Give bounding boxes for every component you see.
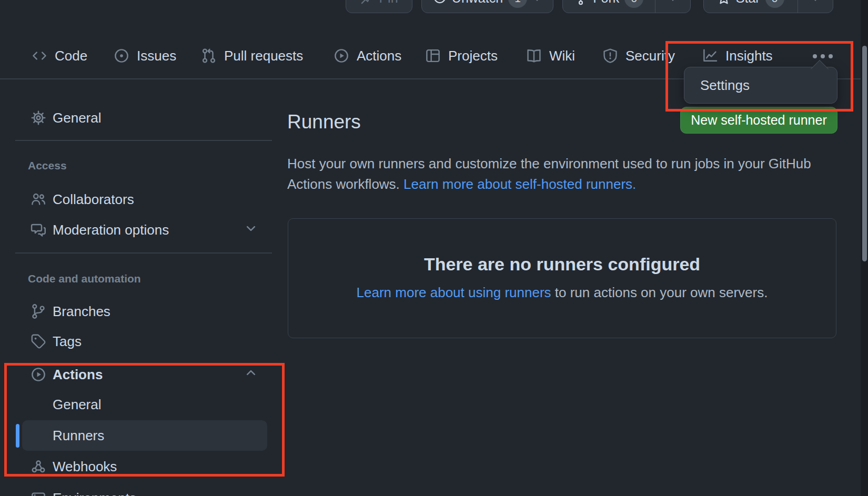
kebab-dot: [829, 54, 833, 58]
tab-pull-requests[interactable]: Pull requests: [201, 41, 303, 70]
sidebar-item-label: Environments: [53, 490, 136, 496]
sidebar-item-webhooks[interactable]: Webhooks: [16, 451, 268, 482]
menu-item-settings[interactable]: Settings: [684, 77, 837, 94]
fork-icon: [574, 0, 588, 5]
sidebar-item-branches[interactable]: Branches: [16, 296, 268, 327]
table-icon: [425, 48, 441, 64]
sidebar-item-actions-general[interactable]: General: [16, 389, 268, 420]
star-button[interactable]: Star 0: [704, 0, 798, 8]
tab-code[interactable]: Code: [32, 41, 87, 70]
empty-state-title: There are no runners configured: [288, 254, 836, 275]
selected-item-accent-bar: [16, 424, 19, 448]
comment-discussion-icon: [31, 222, 46, 238]
git-branch-icon: [31, 303, 46, 319]
empty-state-subtext-rest: to run actions on your own servers.: [551, 285, 768, 300]
star-label: Star: [736, 0, 760, 6]
fork-count-badge: 0: [624, 0, 643, 8]
sidebar-item-label: Tags: [53, 333, 82, 350]
eye-icon: [433, 0, 447, 5]
sidebar-divider: [15, 140, 272, 141]
sidebar-item-tags[interactable]: Tags: [16, 326, 268, 357]
sidebar-item-label: Branches: [53, 303, 110, 320]
button-divider: [655, 0, 656, 13]
watch-count-badge: 1: [508, 0, 527, 8]
tab-projects[interactable]: Projects: [425, 41, 498, 70]
new-self-hosted-runner-button[interactable]: New self-hosted runner: [680, 107, 837, 134]
chevron-up-icon: [244, 366, 258, 383]
sidebar-item-collaborators[interactable]: Collaborators: [16, 184, 268, 215]
sidebar-item-label: General: [53, 397, 102, 413]
github-settings-runners-page: Pin Unwatch 1 Fork 0 Star 0: [0, 0, 868, 496]
star-count-badge: 0: [765, 0, 784, 8]
code-icon: [32, 48, 47, 64]
fork-button-group[interactable]: Fork 0: [562, 0, 691, 13]
scrollbar-thumb[interactable]: [862, 46, 867, 261]
using-runners-link[interactable]: Learn more about using runners: [357, 285, 551, 300]
fork-dropdown-button[interactable]: [655, 0, 690, 1]
issue-icon: [114, 48, 129, 64]
sidebar-item-moderation-options[interactable]: Moderation options: [16, 215, 268, 245]
tab-issues[interactable]: Issues: [114, 41, 176, 70]
tab-label: Actions: [357, 48, 401, 64]
star-dropdown-button[interactable]: [798, 0, 833, 1]
tab-label: Pull requests: [224, 48, 303, 64]
sidebar-item-label: Webhooks: [53, 459, 117, 475]
scrollbar-track[interactable]: [861, 0, 868, 496]
chevron-down-icon: [668, 0, 678, 1]
unwatch-label: Unwatch: [452, 0, 503, 6]
sidebar-item-actions-runners[interactable]: Runners: [22, 420, 267, 451]
play-circle-icon: [334, 48, 349, 64]
pull-request-icon: [201, 48, 217, 64]
tab-label: Wiki: [549, 48, 575, 64]
pin-label: Pin: [379, 0, 398, 6]
sidebar-item-label: Moderation options: [53, 222, 169, 238]
tag-icon: [31, 333, 46, 349]
sidebar-divider: [15, 252, 272, 254]
button-divider: [798, 0, 799, 13]
sidebar-section-access: Access: [28, 159, 67, 172]
gear-icon: [31, 110, 46, 126]
tab-insights[interactable]: Insights: [702, 41, 773, 70]
people-icon: [31, 191, 46, 207]
tab-label: Code: [55, 48, 87, 64]
server-icon: [31, 490, 46, 496]
pin-button[interactable]: Pin: [346, 0, 412, 13]
tab-wiki[interactable]: Wiki: [526, 41, 575, 70]
sidebar-item-label: Actions: [53, 367, 103, 383]
tab-label: Projects: [448, 48, 498, 64]
kebab-dot: [821, 54, 825, 58]
sidebar-item-environments[interactable]: Environments: [16, 483, 268, 496]
book-icon: [526, 48, 542, 64]
graph-icon: [702, 48, 718, 64]
shield-icon: [602, 48, 618, 64]
sidebar-item-general[interactable]: General: [16, 103, 268, 133]
star-icon: [717, 0, 731, 5]
tab-label: Insights: [725, 48, 773, 64]
chevron-down-icon: [244, 221, 258, 239]
empty-state-subtext: Learn more about using runners to run ac…: [288, 285, 836, 301]
nav-overflow-kebab-button[interactable]: [810, 48, 835, 64]
sidebar-section-code-and-automation: Code and automation: [28, 272, 141, 285]
sidebar-item-label: General: [53, 110, 102, 126]
pin-icon: [360, 0, 374, 5]
runners-description: Host your own runners and customize the …: [287, 154, 840, 195]
fork-label: Fork: [593, 0, 619, 6]
play-circle-icon: [31, 367, 46, 382]
sidebar-item-label: Runners: [53, 428, 104, 444]
tab-label: Issues: [137, 48, 176, 64]
self-hosted-runners-link[interactable]: Learn more about self-hosted runners.: [403, 176, 636, 192]
chevron-down-icon: [532, 0, 542, 1]
tab-label: Security: [625, 48, 675, 64]
star-button-group[interactable]: Star 0: [703, 0, 833, 13]
webhook-icon: [31, 459, 46, 474]
sidebar-item-actions[interactable]: Actions: [16, 359, 268, 390]
sidebar-item-label: Collaborators: [53, 191, 134, 208]
kebab-dot: [813, 54, 817, 58]
chevron-down-icon: [811, 0, 820, 1]
no-runners-empty-state: There are no runners configured Learn mo…: [288, 218, 836, 338]
tab-actions[interactable]: Actions: [334, 41, 401, 70]
tab-security[interactable]: Security: [602, 41, 675, 70]
unwatch-button[interactable]: Unwatch 1: [421, 0, 553, 13]
page-title: Runners: [287, 110, 361, 134]
fork-button[interactable]: Fork 0: [563, 0, 655, 8]
